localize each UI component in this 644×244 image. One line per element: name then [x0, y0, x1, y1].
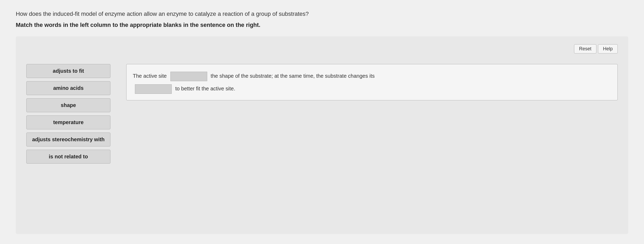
help-button[interactable]: Help — [598, 44, 618, 53]
word-item-temperature[interactable]: temperature — [26, 115, 110, 129]
word-item-shape[interactable]: shape — [26, 98, 110, 112]
top-buttons: Reset Help — [26, 44, 618, 53]
left-column: adjusts to fit amino acids shape tempera… — [26, 64, 110, 164]
reset-button[interactable]: Reset — [574, 44, 596, 53]
word-item-amino-acids[interactable]: amino acids — [26, 81, 110, 95]
word-item-is-not-related-to[interactable]: is not related to — [26, 150, 110, 164]
word-item-adjusts-to-fit[interactable]: adjusts to fit — [26, 64, 110, 78]
sentence-middle: the shape of the substrate; at the same … — [211, 73, 375, 79]
instruction-text: Match the words in the left column to th… — [16, 22, 628, 28]
question-text: How does the induced-fit model of enzyme… — [16, 11, 628, 17]
right-column: The active site the shape of the substra… — [126, 64, 618, 100]
sentence-prefix: The active site — [133, 73, 167, 79]
content-area: adjusts to fit amino acids shape tempera… — [26, 64, 618, 164]
sentence-suffix: to better fit the active site. — [175, 86, 235, 91]
main-container: Reset Help adjusts to fit amino acids sh… — [16, 36, 628, 234]
sentence-box: The active site the shape of the substra… — [126, 64, 618, 100]
blank-2[interactable] — [135, 84, 172, 94]
blank-1[interactable] — [170, 72, 207, 81]
word-item-adjusts-stereochemistry[interactable]: adjusts stereochemistry with — [26, 133, 110, 147]
